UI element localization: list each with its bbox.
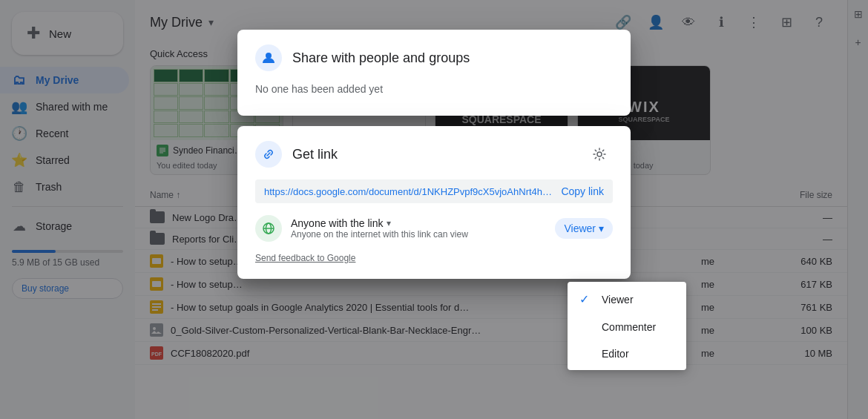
share-dialog-header: Share with people and groups xyxy=(255,44,613,71)
svg-point-16 xyxy=(266,53,272,59)
link-icon-circle xyxy=(255,141,282,168)
get-link-dialog: Get link https://docs.google.com/documen… xyxy=(237,126,631,279)
share-avatar-icon xyxy=(255,44,282,71)
chevron-down-small: ▾ xyxy=(387,218,391,228)
check-icon: ✓ xyxy=(579,292,593,306)
get-link-title: Get link xyxy=(292,147,338,162)
share-dialog-subtitle: No one has been added yet xyxy=(255,83,613,95)
gear-button[interactable] xyxy=(586,141,613,168)
access-sub: Anyone on the internet with this link ca… xyxy=(291,229,546,240)
access-row: Anyone with the link ▾ Anyone on the int… xyxy=(255,215,613,242)
dropdown-item-commenter[interactable]: Commenter xyxy=(568,314,686,340)
access-info: Anyone with the link ▾ Anyone on the int… xyxy=(291,217,546,240)
access-title: Anyone with the link ▾ xyxy=(291,217,546,229)
link-url: https://docs.google.com/document/d/1NKHZ… xyxy=(264,186,552,197)
dropdown-chevron-icon: ▾ xyxy=(599,222,604,234)
copy-link-button[interactable]: Copy link xyxy=(561,185,604,197)
viewer-dropdown-button[interactable]: Viewer ▾ xyxy=(555,218,613,239)
share-dialog: Share with people and groups No one has … xyxy=(237,30,631,116)
feedback-link[interactable]: Send feedback to Google xyxy=(255,251,613,264)
dropdown-item-editor[interactable]: Editor xyxy=(568,340,686,367)
dropdown-item-viewer[interactable]: ✓ Viewer xyxy=(568,285,686,314)
globe-icon xyxy=(255,215,282,242)
get-link-header: Get link xyxy=(255,141,613,168)
viewer-dropdown-menu: ✓ Viewer Commenter Editor xyxy=(568,282,686,370)
svg-point-17 xyxy=(597,152,602,156)
link-box: https://docs.google.com/document/d/1NKHZ… xyxy=(255,179,613,203)
share-dialog-title: Share with people and groups xyxy=(292,50,470,66)
